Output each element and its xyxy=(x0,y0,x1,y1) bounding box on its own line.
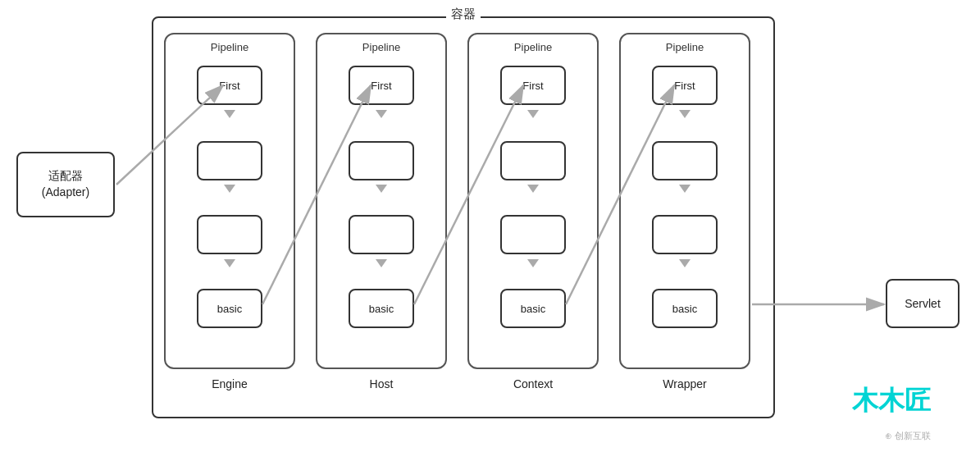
wrapper-handler-1: First xyxy=(652,66,718,105)
wrapper-handler-2 xyxy=(652,141,718,180)
adapter-line2: (Adapter) xyxy=(42,185,89,201)
context-arrow-3 xyxy=(527,259,539,267)
watermark-text: 木木匠 xyxy=(852,383,931,419)
engine-handler-3 xyxy=(197,215,262,254)
context-handler-2 xyxy=(500,141,566,180)
adapter-box: 适配器 (Adapter) xyxy=(16,152,115,217)
pipeline-engine-label: Pipeline xyxy=(211,41,248,53)
host-handler-2 xyxy=(349,141,414,180)
engine-handler-2 xyxy=(197,141,262,180)
pipeline-context: Pipeline First basic Context xyxy=(467,33,599,369)
engine-bottom-label: Engine xyxy=(212,377,248,390)
engine-arrow-1 xyxy=(224,110,235,118)
engine-handler-basic: basic xyxy=(197,289,262,328)
wrapper-handler-3 xyxy=(652,215,718,254)
engine-arrow-3 xyxy=(224,259,235,267)
container-label: 容器 xyxy=(446,7,481,22)
pipeline-context-label: Pipeline xyxy=(514,41,552,53)
pipeline-wrapper: Pipeline First basic Wrapper xyxy=(619,33,750,369)
context-arrow-2 xyxy=(527,185,539,193)
pipeline-wrapper-label: Pipeline xyxy=(666,41,704,53)
host-handler-basic: basic xyxy=(349,289,414,328)
engine-handler-1: First xyxy=(197,66,262,105)
engine-arrow-2 xyxy=(224,185,235,193)
wrapper-arrow-3 xyxy=(679,259,691,267)
context-bottom-label: Context xyxy=(513,377,553,390)
adapter-line1: 适配器 xyxy=(48,168,83,185)
pipeline-host: Pipeline First basic Host xyxy=(316,33,447,369)
wrapper-arrow-1 xyxy=(679,110,691,118)
diagram-wrapper: 适配器 (Adapter) 容器 Pipeline First basic En… xyxy=(0,0,980,452)
wrapper-bottom-label: Wrapper xyxy=(663,377,706,390)
context-arrow-1 xyxy=(527,110,539,118)
watermark-logo: ⊕ 创新互联 xyxy=(885,430,931,442)
host-arrow-1 xyxy=(376,110,387,118)
context-handler-1: First xyxy=(500,66,566,105)
pipeline-host-label: Pipeline xyxy=(362,41,400,53)
context-handler-3 xyxy=(500,215,566,254)
host-handler-1: First xyxy=(349,66,414,105)
host-bottom-label: Host xyxy=(370,377,394,390)
context-handler-basic: basic xyxy=(500,289,566,328)
host-handler-3 xyxy=(349,215,414,254)
pipeline-engine: Pipeline First basic Engine xyxy=(164,33,295,369)
host-arrow-2 xyxy=(376,185,387,193)
host-arrow-3 xyxy=(376,259,387,267)
servlet-box: Servlet xyxy=(886,279,959,328)
servlet-label: Servlet xyxy=(905,297,941,310)
wrapper-handler-basic: basic xyxy=(652,289,718,328)
wrapper-arrow-2 xyxy=(679,185,691,193)
